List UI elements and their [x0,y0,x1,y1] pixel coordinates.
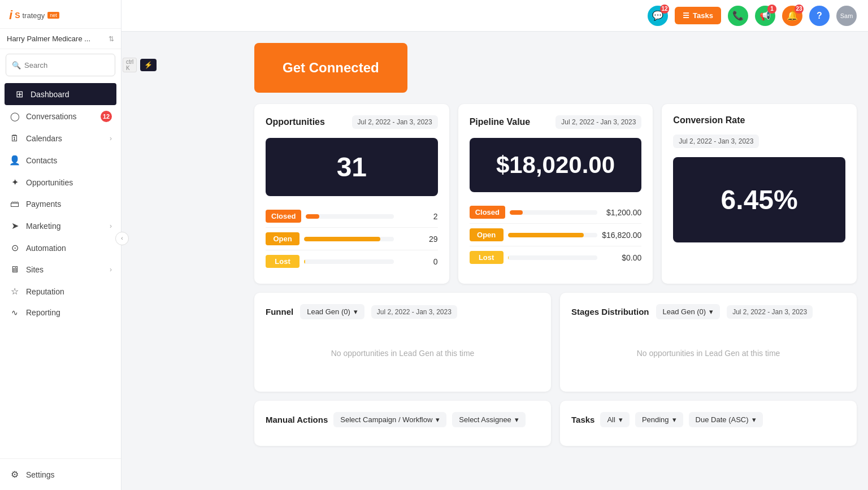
pipeline-title: Pipeline Value [470,117,531,127]
sidebar-item-dashboard[interactable]: ⊞ Dashboard [5,83,116,105]
help-button[interactable]: ? [809,6,830,26]
open-bar-bg [508,233,598,237]
stages-dropdown[interactable]: Lead Gen (0) ▾ [656,304,721,319]
sidebar-item-opportunities[interactable]: ✦ Opportunities [0,171,121,193]
opportunities-date: Jul 2, 2022 - Jan 3, 2023 [352,115,438,129]
pipeline-value: $18,020.00 [496,151,615,178]
sidebar-item-settings[interactable]: ⚙ Settings [0,463,121,485]
sidebar-item-conversations[interactable]: ◯ Conversations 12 [0,105,121,128]
lost-bar-bg [304,259,394,264]
sidebar-item-automation[interactable]: ⊙ Automation [0,237,121,259]
get-connected-button[interactable]: Get Connected [254,43,407,93]
phone-button[interactable]: 📞 [728,6,748,26]
opportunities-value: 31 [337,152,367,182]
conversion-value: 6.45% [721,185,798,215]
closed-bar-fill [306,214,319,219]
conversion-title: Conversion Rate [673,115,745,125]
closed-tag: Closed [470,206,505,219]
chat-button[interactable]: 💬 12 [648,6,668,26]
funnel-title: Funnel [266,307,293,316]
lost-tag: Lost [470,251,504,264]
closed-tag: Closed [266,210,301,223]
pipeline-date: Jul 2, 2022 - Jan 3, 2023 [555,115,641,129]
status-filter-dropdown[interactable]: Pending ▾ [635,412,683,427]
sidebar-item-payments[interactable]: 🗃 Payments [0,193,121,215]
opportunities-metric: 31 [266,138,438,196]
bell-badge: 23 [795,5,804,14]
sidebar-item-label: Sites [26,265,104,274]
sidebar-item-marketing[interactable]: ➤ Marketing › [0,215,121,237]
funnel-header: Funnel Lead Gen (0) ▾ Jul 2, 2022 - Jan … [266,304,540,319]
conversion-card-header: Conversion Rate [673,115,845,125]
settings-icon: ⚙ [9,469,20,480]
opportunities-card-header: Opportunities Jul 2, 2022 - Jan 3, 2023 [266,115,438,129]
sidebar-bottom: ⚙ Settings [0,458,121,490]
sidebar-item-reputation[interactable]: ☆ Reputation [0,280,121,302]
help-icon: ? [817,11,822,21]
pipeline-metric: $18,020.00 [470,138,642,192]
chevron-down-icon: ▾ [752,415,756,424]
sidebar-item-label: Marketing [26,222,104,231]
pipeline-stat-lost: Lost $0.00 [470,246,642,268]
campaign-label: Select Campaign / Workflow [340,415,432,424]
flash-button[interactable]: ⚡ [140,59,157,71]
contacts-icon: 👤 [9,155,20,166]
stages-title: Stages Distribution [571,307,649,316]
opportunities-title: Opportunities [266,117,325,127]
tasks-button[interactable]: ☰ Tasks [675,7,721,24]
conversion-metric: 6.45% [673,157,845,242]
sort-filter-dropdown[interactable]: Due Date (ASC) ▾ [689,412,763,427]
main-content: Get Connected Opportunities Jul 2, 2022 … [243,32,868,490]
topbar: 💬 12 ☰ Tasks 📞 📢 1 🔔 23 ? Sam [121,0,868,32]
conversion-card: Conversion Rate Jul 2, 2022 - Jan 3, 202… [662,104,857,284]
manual-actions-title: Manual Actions [266,415,328,424]
closed-bar-fill [510,210,523,215]
lost-count: 0 [398,257,438,266]
campaign-workflow-dropdown[interactable]: Select Campaign / Workflow ▾ [333,412,446,427]
sidebar-item-label: Opportunities [26,178,112,187]
all-filter-dropdown[interactable]: All ▾ [600,412,629,427]
conversations-badge: 12 [101,111,112,122]
megaphone-button[interactable]: 📢 1 [755,6,775,26]
sidebar-item-sites[interactable]: 🖥 Sites › [0,259,121,280]
nav-section: ⊞ Dashboard ◯ Conversations 12 🗓 Calenda… [0,81,121,458]
chevron-down-icon: ▾ [709,307,713,316]
notifications-button[interactable]: 🔔 23 [782,6,802,26]
opportunities-icon: ✦ [9,177,20,188]
avatar-initials: Sam [840,12,853,19]
payments-icon: 🗃 [9,199,20,209]
funnel-dropdown[interactable]: Lead Gen (0) ▾ [300,304,364,319]
sidebar-item-label: Settings [26,470,112,479]
funnel-empty: No opportunities in Lead Gen at this tim… [266,326,540,380]
account-selector[interactable]: Harry Palmer Medicare ... ⇅ [0,29,121,49]
chevron-down-icon: ▾ [672,415,676,424]
open-tag: Open [266,232,300,245]
assignee-dropdown[interactable]: Select Assignee ▾ [452,412,526,427]
stages-empty: No opportunities in Lead Gen at this tim… [571,326,845,380]
sidebar-item-label: Dashboard [31,90,107,99]
closed-value: $1,200.00 [602,208,641,217]
sidebar-item-contacts[interactable]: 👤 Contacts [0,149,121,171]
search-bar[interactable]: 🔍 ctrl K ⚡ [6,54,115,76]
sidebar-item-calendars[interactable]: 🗓 Calendars › [0,128,121,149]
calendars-icon: 🗓 [9,133,20,144]
stat-row-open: Open 29 [266,228,438,250]
avatar[interactable]: Sam [836,6,857,26]
sidebar-item-reporting[interactable]: ∿ Reporting [0,302,121,323]
chevron-right-icon: › [110,266,112,274]
sidebar-item-label: Reputation [26,287,112,296]
reporting-icon: ∿ [9,308,20,317]
search-kbd: ctrl K [123,58,137,72]
open-tag: Open [470,228,504,241]
stat-row-closed: Closed 2 [266,205,438,228]
megaphone-badge: 1 [767,5,776,14]
open-bar-fill [304,237,380,241]
search-input[interactable] [24,61,119,70]
sidebar-item-label: Automation [26,244,112,253]
pipeline-stat-open: Open $16,820.00 [470,224,642,246]
lost-bar-fill [304,259,305,264]
sidebar-item-label: Calendars [26,134,104,143]
funnel-date: Jul 2, 2022 - Jan 3, 2023 [371,305,457,319]
sidebar-collapse-button[interactable]: ‹ [115,232,129,245]
flash-icon: ⚡ [144,61,153,69]
